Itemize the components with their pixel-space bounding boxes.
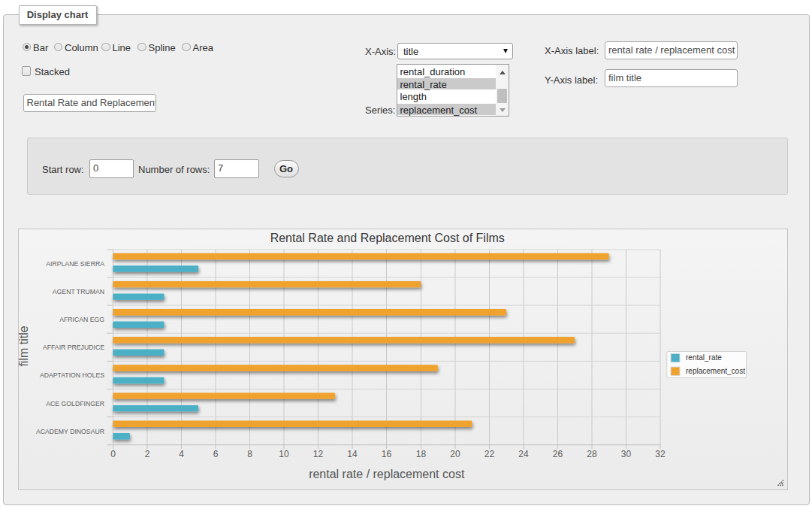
svg-text:24: 24 xyxy=(518,449,529,459)
svg-text:0: 0 xyxy=(110,449,116,459)
svg-text:12: 12 xyxy=(313,449,324,459)
svg-text:AIRPLANE SIERRA: AIRPLANE SIERRA xyxy=(46,260,104,268)
svg-text:AFRICAN EGG: AFRICAN EGG xyxy=(59,316,104,323)
svg-text:Rental Rate and Replacement Co: Rental Rate and Replacement Cost of Film… xyxy=(270,232,505,244)
svg-text:28: 28 xyxy=(587,449,597,459)
svg-text:ADAPTATION HOLES: ADAPTATION HOLES xyxy=(40,371,104,379)
svg-text:film title: film title xyxy=(19,326,30,366)
svg-text:30: 30 xyxy=(621,449,632,459)
svg-text:14: 14 xyxy=(347,449,358,459)
svg-text:20: 20 xyxy=(450,449,460,459)
svg-text:8: 8 xyxy=(247,449,252,459)
svg-text:32: 32 xyxy=(655,449,666,459)
svg-text:AGENT TRUMAN: AGENT TRUMAN xyxy=(53,288,104,295)
svg-text:ACE GOLDFINGER: ACE GOLDFINGER xyxy=(46,400,104,407)
svg-text:2: 2 xyxy=(145,449,150,459)
svg-text:rental rate / replacement cost: rental rate / replacement cost xyxy=(309,468,465,480)
svg-text:26: 26 xyxy=(553,449,563,459)
svg-text:rental_rate: rental_rate xyxy=(686,353,722,362)
svg-text:10: 10 xyxy=(279,449,289,459)
svg-text:replacement_cost: replacement_cost xyxy=(686,367,745,375)
svg-text:4: 4 xyxy=(179,449,184,459)
svg-text:22: 22 xyxy=(484,449,495,459)
svg-text:16: 16 xyxy=(382,449,392,459)
svg-text:18: 18 xyxy=(416,449,427,459)
svg-text:6: 6 xyxy=(213,449,219,459)
svg-text:ACADEMY DINOSAUR: ACADEMY DINOSAUR xyxy=(36,428,104,435)
svg-text:AFFAIR PREJUDICE: AFFAIR PREJUDICE xyxy=(43,344,104,351)
